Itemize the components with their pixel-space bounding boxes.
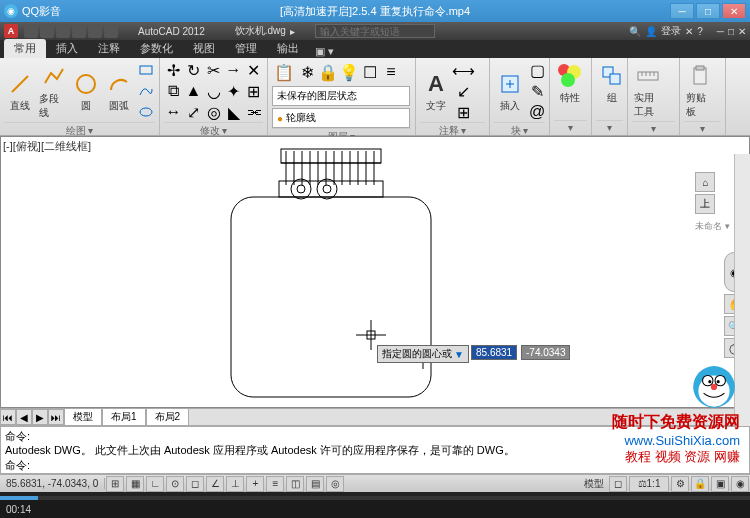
cad-minimize-button[interactable]: ─ (717, 26, 724, 37)
rotate-icon[interactable]: ↻ (184, 60, 203, 80)
polar-toggle[interactable]: ⊙ (166, 476, 184, 492)
help-search-input[interactable] (315, 24, 435, 38)
arc-button[interactable]: 圆弧 (103, 68, 135, 115)
panel-properties-title[interactable]: ▾ (554, 120, 587, 133)
ribbon-expand-icon[interactable]: ▣ ▾ (315, 45, 334, 58)
annotation-scale[interactable]: ⚖1:1 (629, 476, 669, 492)
scale-icon[interactable]: ⤢ (184, 102, 203, 122)
edit-block-icon[interactable]: ✎ (527, 81, 547, 101)
open-icon[interactable] (40, 24, 54, 38)
tab-parametric[interactable]: 参数化 (130, 39, 183, 58)
tab-annotate[interactable]: 注释 (88, 39, 130, 58)
lwt-toggle[interactable]: ≡ (266, 476, 284, 492)
erase-icon[interactable]: ✕ (244, 60, 263, 80)
drawing-viewport[interactable]: [-][俯视][二维线框] (0, 136, 750, 408)
leader-icon[interactable]: ↙ (453, 81, 473, 101)
tab-layout2[interactable]: 布局2 (146, 408, 190, 426)
copy-icon[interactable]: ⧉ (164, 81, 183, 101)
layer-props-icon[interactable]: 📋 (272, 60, 296, 84)
array-icon[interactable]: ⊞ (244, 81, 263, 101)
layer-off-icon[interactable]: 💡 (339, 62, 359, 82)
login-button[interactable]: 登录 (661, 24, 681, 38)
qp-toggle[interactable]: ▤ (306, 476, 324, 492)
tpy-toggle[interactable]: ◫ (286, 476, 304, 492)
dynamic-input-x[interactable]: 85.6831 (471, 345, 517, 360)
tab-insert[interactable]: 插入 (46, 39, 88, 58)
panel-clipboard-title[interactable]: ▾ (684, 121, 721, 134)
layer-state-dropdown[interactable]: 未保存的图层状态 (272, 86, 410, 106)
layer-freeze-icon[interactable]: ❄ (297, 62, 317, 82)
undo-icon[interactable] (72, 24, 86, 38)
explode-icon[interactable]: ✦ (224, 81, 243, 101)
cad-close-button[interactable]: ✕ (738, 26, 746, 37)
table-icon[interactable]: ⊞ (453, 102, 473, 122)
isolate-objects[interactable]: ◉ (731, 476, 749, 492)
tab-nav-last-icon[interactable]: ⏭ (48, 409, 64, 425)
insert-button[interactable]: 插入 (494, 68, 526, 115)
panel-group-title[interactable]: ▾ (596, 120, 623, 133)
grid-toggle[interactable]: ▦ (126, 476, 144, 492)
dyn-toggle[interactable]: + (246, 476, 264, 492)
help-icon[interactable]: ? (697, 26, 703, 37)
hardware-accel[interactable]: ▣ (711, 476, 729, 492)
spline-icon[interactable] (136, 81, 156, 101)
viewcube-button[interactable]: 上 (695, 194, 715, 214)
stretch-icon[interactable]: ↔ (164, 102, 183, 122)
circle-button[interactable]: 圆 (70, 68, 102, 115)
tab-manage[interactable]: 管理 (225, 39, 267, 58)
layer-iso-icon[interactable]: ☐ (360, 62, 380, 82)
exchange-icon[interactable]: ✕ (685, 26, 693, 37)
minimize-button[interactable]: ─ (670, 3, 694, 19)
mirror-icon[interactable]: ▲ (184, 81, 203, 101)
save-icon[interactable] (56, 24, 70, 38)
fillet-icon[interactable]: ◡ (204, 81, 223, 101)
layer-lock-icon[interactable]: 🔒 (318, 62, 338, 82)
user-icon[interactable]: 👤 (645, 26, 657, 37)
utilities-button[interactable]: 实用工具 (632, 60, 664, 121)
toolbar-lock[interactable]: 🔒 (691, 476, 709, 492)
ucs-label[interactable]: 未命名 ▾ (695, 220, 730, 233)
ducs-toggle[interactable]: ⊥ (226, 476, 244, 492)
ortho-toggle[interactable]: ∟ (146, 476, 164, 492)
close-button[interactable]: ✕ (722, 3, 746, 19)
tab-model[interactable]: 模型 (64, 408, 102, 426)
rect-icon[interactable] (136, 60, 156, 80)
clipboard-button[interactable]: 剪贴板 (684, 60, 716, 121)
search-icon[interactable]: 🔍 (629, 26, 641, 37)
attr-icon[interactable]: @ (527, 102, 547, 122)
dynamic-input-y[interactable]: -74.0343 (521, 345, 570, 360)
layer-match-icon[interactable]: ≡ (381, 62, 401, 82)
autocad-logo[interactable]: A (4, 24, 18, 38)
current-layer-dropdown[interactable]: ● 轮廓线 (272, 108, 410, 128)
group-button[interactable]: 组 (596, 60, 628, 107)
join-icon[interactable]: ⫘ (244, 102, 263, 122)
offset-icon[interactable]: ◎ (204, 102, 223, 122)
print-icon[interactable] (104, 24, 118, 38)
vertical-scrollbar[interactable] (734, 154, 750, 426)
maximize-button[interactable]: □ (696, 3, 720, 19)
tab-view[interactable]: 视图 (183, 39, 225, 58)
tab-nav-next-icon[interactable]: ▶ (32, 409, 48, 425)
cad-maximize-button[interactable]: □ (728, 26, 734, 37)
snap-toggle[interactable]: ⊞ (106, 476, 124, 492)
tab-layout1[interactable]: 布局1 (102, 408, 146, 426)
status-coordinates[interactable]: 85.6831, -74.0343, 0 (0, 478, 105, 489)
tab-home[interactable]: 常用 (4, 39, 46, 58)
tab-nav-first-icon[interactable]: ⏮ (0, 409, 16, 425)
tab-output[interactable]: 输出 (267, 39, 309, 58)
tab-nav-prev-icon[interactable]: ◀ (16, 409, 32, 425)
otrack-toggle[interactable]: ∠ (206, 476, 224, 492)
model-space-label[interactable]: 模型 (580, 477, 608, 491)
polyline-button[interactable]: 多段线 (37, 61, 69, 122)
properties-button[interactable]: 特性 (554, 60, 586, 107)
move-icon[interactable]: ✢ (164, 60, 183, 80)
chamfer-icon[interactable]: ◣ (224, 102, 243, 122)
ellipse-icon[interactable] (136, 102, 156, 122)
nav-home-icon[interactable]: ⌂ (695, 172, 715, 192)
sc-toggle[interactable]: ◎ (326, 476, 344, 492)
dimension-icon[interactable]: ⟷ (453, 60, 473, 80)
create-block-icon[interactable]: ▢ (527, 60, 547, 80)
status-tool-1[interactable]: ◻ (609, 476, 627, 492)
redo-icon[interactable] (88, 24, 102, 38)
panel-utilities-title[interactable]: ▾ (632, 121, 675, 134)
